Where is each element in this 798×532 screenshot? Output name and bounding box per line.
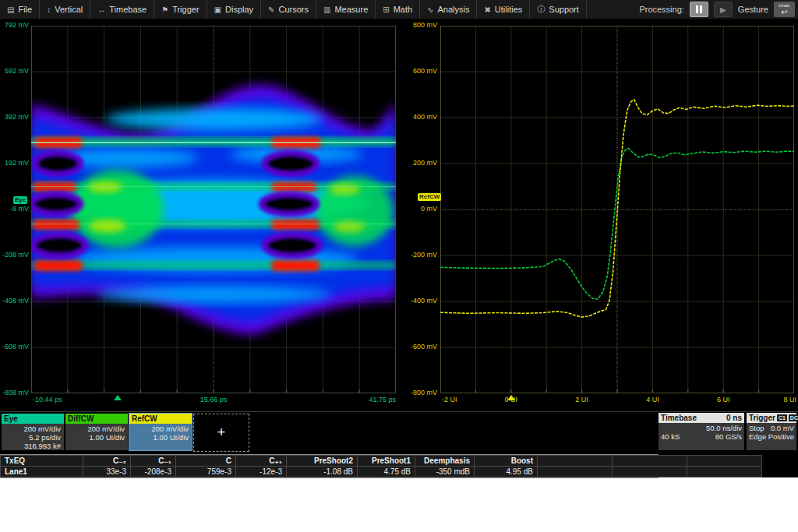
descriptor-diffcw[interactable]: DiffCW 200 mV/div 1.00 UI/div xyxy=(65,414,128,450)
table-cell xyxy=(538,467,613,477)
eye-channel-badge[interactable]: Eye xyxy=(13,196,27,204)
axis-label: 800 mV xyxy=(402,21,437,29)
trigger-icon: ⚑ xyxy=(161,5,168,14)
trigger-position-marker-left[interactable] xyxy=(114,395,122,400)
timebase-offset: 0 ns xyxy=(726,414,742,422)
trigger-coupling-badge: DC xyxy=(789,414,798,421)
axis-label: -2 UI xyxy=(442,396,457,403)
refcw-vscale: 200 mV/div xyxy=(129,425,189,433)
file-icon: ▤ xyxy=(7,5,14,14)
utilities-icon: ✖ xyxy=(484,5,490,14)
eye-vscale: 200 mV/div xyxy=(2,425,61,433)
menu-file[interactable]: ▤File xyxy=(0,0,40,19)
table-header-row: TxEQC₋₂C₋₁CC₊₁PreShoot2PreShoot1Deemphas… xyxy=(1,456,762,467)
menu-utilities-label: Utilities xyxy=(495,5,522,14)
axis-label: -808 mV xyxy=(2,389,29,396)
grid xyxy=(440,26,794,393)
menu-vertical[interactable]: ↕Vertical xyxy=(40,0,90,19)
table-row: Lane133e-3-208e-3759e-3-12e-3-1.08 dB4.7… xyxy=(1,467,762,477)
table-cell: 33e-3 xyxy=(83,467,131,477)
play-button[interactable]: ▶ xyxy=(714,2,733,17)
timebase-icon: ↔ xyxy=(97,5,105,14)
menu-support[interactable]: ⓘSupport xyxy=(530,0,587,19)
undo-button[interactable]: Undo ↩ xyxy=(774,2,795,17)
diffcw-vscale: 200 mV/div xyxy=(65,425,125,433)
axis-label: 592 mV xyxy=(2,67,29,75)
diffcw-hscale: 1.00 UI/div xyxy=(65,433,125,442)
menu-analysis-label: Analysis xyxy=(438,5,470,14)
txeq-table-container: TxEQC₋₂C₋₁CC₊₁PreShoot2PreShoot1Deemphas… xyxy=(0,454,659,478)
axis-label: 8 UI xyxy=(776,396,796,403)
table-cell: Lane1 xyxy=(1,467,83,477)
axis-label: -408 mV xyxy=(2,297,29,305)
table-cell: C₋₂ xyxy=(83,456,131,467)
waveform-plot[interactable] xyxy=(440,26,794,393)
descriptor-diffcw-title: DiffCW xyxy=(65,414,128,424)
refcw-channel-badge[interactable]: RefCW xyxy=(418,193,441,201)
axis-label: 15.66 ps xyxy=(190,396,237,403)
table-cell xyxy=(687,467,762,477)
analysis-icon: ∿ xyxy=(427,5,433,14)
timebase-box[interactable]: Timebase 0 ns 50.0 ns/div 40 kS 80 GS/s xyxy=(659,413,744,450)
axis-label: 0 mV xyxy=(402,205,437,213)
table-cell xyxy=(613,456,687,467)
menu-analysis[interactable]: ∿Analysis xyxy=(420,0,477,19)
trigger-type: Edge xyxy=(749,432,766,441)
axis-label: -200 mV xyxy=(402,251,437,259)
menu-timebase-label: Timebase xyxy=(109,5,147,14)
menu-trigger[interactable]: ⚑Trigger xyxy=(154,0,207,19)
table-cell: -208e-3 xyxy=(131,467,176,477)
menu-math[interactable]: ⊞Math xyxy=(376,0,420,19)
plot-area: 792 mV592 mV392 mV192 mV-8 mV-208 mV-408… xyxy=(0,19,798,411)
table-cell: 759e-3 xyxy=(176,467,236,477)
plus-icon: + xyxy=(217,425,226,441)
trigger-title: Trigger xyxy=(749,414,775,422)
table-cell: 4.75 dB xyxy=(358,467,415,477)
oscilloscope-screen: ▤File ↕Vertical ↔Timebase ⚑Trigger ▣Disp… xyxy=(0,0,798,532)
timebase-samples: 40 kS xyxy=(661,432,680,441)
menubar: ▤File ↕Vertical ↔Timebase ⚑Trigger ▣Disp… xyxy=(0,0,798,19)
axis-label: -8 mV xyxy=(2,205,29,213)
menu-measure[interactable]: ▥Measure xyxy=(316,0,376,19)
menu-cursors[interactable]: ✎Cursors xyxy=(261,0,316,19)
axis-label: -208 mV xyxy=(2,251,29,259)
scope-ui: ▤File ↕Vertical ↔Timebase ⚑Trigger ▣Disp… xyxy=(0,0,798,477)
table-cell xyxy=(538,456,613,467)
descriptor-refcw-title: RefCW xyxy=(129,414,192,424)
eye-hscale: 5.2 ps/div xyxy=(2,433,61,442)
menu-utilities[interactable]: ✖Utilities xyxy=(477,0,530,19)
axis-label: 792 mV xyxy=(2,21,29,29)
trigger-box[interactable]: Trigger C1 DC Stop 0.0 mV Edge Positive xyxy=(747,413,796,450)
display-icon: ▣ xyxy=(214,5,221,14)
menu-timebase[interactable]: ↔Timebase xyxy=(90,0,154,19)
axis-label: -10.44 ps xyxy=(33,396,62,403)
table-cell: TxEQ xyxy=(1,456,83,467)
trigger-mode: Stop xyxy=(749,424,764,432)
axis-label: 41.75 ps xyxy=(360,396,396,403)
gesture-label[interactable]: Gesture xyxy=(738,5,768,14)
menu-display[interactable]: ▣Display xyxy=(207,0,262,19)
axis-label: 192 mV xyxy=(2,159,29,167)
eye-diagram-plot[interactable] xyxy=(31,26,396,393)
descriptor-eye[interactable]: Eye 200 mV/div 5.2 ps/div 316.993 k# xyxy=(2,414,64,450)
timebase-rate: 80 GS/s xyxy=(715,432,742,441)
table-cell: -350 mdB xyxy=(415,467,475,477)
table-cell: PreShoot1 xyxy=(358,456,415,467)
axis-label: 6 UI xyxy=(708,396,739,403)
table-cell: -1.08 dB xyxy=(287,467,358,477)
table-cell xyxy=(613,467,687,477)
trigger-position-marker-right[interactable] xyxy=(507,395,515,400)
pause-button[interactable] xyxy=(690,2,708,17)
axis-label: 400 mV xyxy=(402,113,437,121)
undo-icon: ↩ xyxy=(781,9,787,16)
menu-file-label: File xyxy=(18,5,32,14)
play-icon: ▶ xyxy=(720,5,726,14)
descriptor-refcw[interactable]: RefCW 200 mV/div 1.00 UI/div xyxy=(129,413,192,451)
axis-label: 4 UI xyxy=(637,396,668,403)
menu-vertical-label: Vertical xyxy=(55,5,83,14)
txeq-table[interactable]: TxEQC₋₂C₋₁CC₊₁PreShoot2PreShoot1Deemphas… xyxy=(0,455,762,477)
support-icon: ⓘ xyxy=(537,4,545,15)
add-trace-button[interactable]: + xyxy=(193,414,249,452)
table-cell: C xyxy=(176,456,236,467)
axis-label: 2 UI xyxy=(567,396,598,403)
